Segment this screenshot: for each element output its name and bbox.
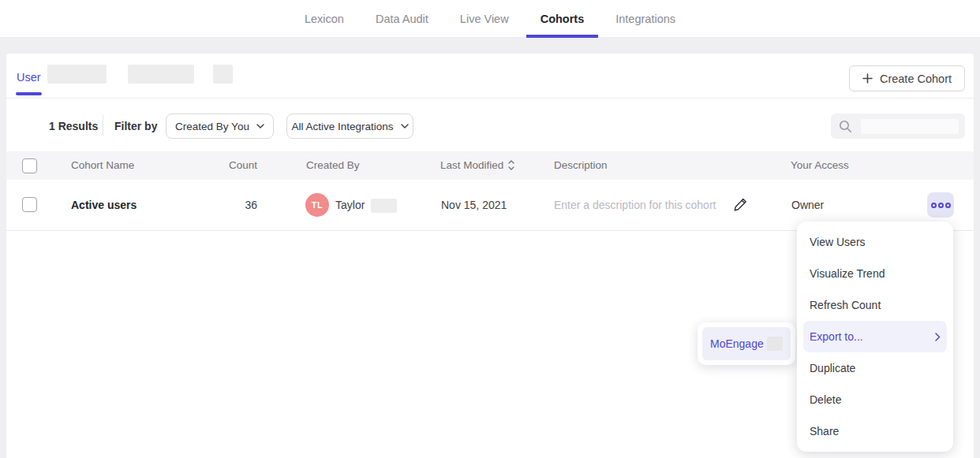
nav-tabs: Lexicon Data Audit Live View Cohorts Int…	[290, 0, 690, 37]
integrations-filter-value: All Active Integrations	[291, 121, 393, 132]
redacted-tab-block	[213, 65, 233, 84]
search-icon	[839, 120, 852, 133]
submenu-item-moengage[interactable]: MoEngage	[702, 327, 791, 360]
redacted-search-text	[861, 119, 959, 134]
edit-description-button[interactable]	[732, 196, 749, 215]
more-options-icon	[931, 203, 937, 208]
redacted-submenu-block	[767, 337, 783, 351]
redacted-surname-block	[371, 199, 397, 213]
chevron-down-icon	[256, 124, 264, 128]
create-cohort-label: Create Cohort	[880, 73, 952, 85]
menu-item-delete[interactable]: Delete	[797, 384, 953, 415]
menu-item-export-to[interactable]: Export to...	[803, 321, 947, 352]
tab-user[interactable]: User	[17, 71, 41, 84]
redacted-tab-block	[47, 65, 107, 84]
created-by-filter-dropdown[interactable]: Created By You	[166, 114, 274, 139]
column-header-last-modified-label: Last Modified	[440, 159, 503, 171]
nav-tab-lexicon[interactable]: Lexicon	[290, 0, 358, 37]
chevron-right-icon	[935, 333, 941, 341]
cohort-context-menu: View Users Visualize Trend Refresh Count…	[797, 222, 953, 452]
search-input[interactable]	[831, 114, 965, 139]
menu-item-view-users[interactable]: View Users	[797, 226, 953, 258]
cohort-count-cell: 36	[196, 199, 257, 211]
menu-item-visualize-trend[interactable]: Visualize Trend	[797, 258, 953, 289]
nav-tab-data-audit[interactable]: Data Audit	[361, 0, 443, 37]
column-header-count[interactable]: Count	[196, 159, 257, 171]
created-by-filter-value: Created By You	[175, 121, 249, 132]
menu-item-share[interactable]: Share	[797, 415, 953, 447]
column-header-your-access: Your Access	[791, 159, 849, 171]
column-header-created-by[interactable]: Created By	[306, 159, 360, 171]
tab-user-underline	[16, 92, 42, 95]
submenu-item-moengage-label: MoEngage	[710, 337, 764, 350]
select-all-checkbox[interactable]	[22, 158, 37, 173]
menu-item-refresh-count[interactable]: Refresh Count	[797, 289, 953, 321]
create-cohort-button[interactable]: Create Cohort	[849, 65, 965, 91]
results-count: 1 Results	[49, 120, 98, 132]
more-options-icon	[938, 203, 944, 208]
description-placeholder[interactable]: Enter a description for this cohort	[554, 199, 716, 211]
more-options-icon	[945, 203, 951, 208]
chevron-down-icon	[401, 124, 409, 128]
nav-tab-cohorts[interactable]: Cohorts	[526, 0, 599, 37]
menu-item-duplicate[interactable]: Duplicate	[797, 352, 953, 384]
menu-item-export-to-label: Export to...	[810, 330, 863, 343]
access-cell: Owner	[791, 199, 824, 211]
integrations-filter-dropdown[interactable]: All Active Integrations	[286, 114, 413, 139]
redacted-tab-block	[128, 65, 194, 84]
column-header-description: Description	[554, 159, 608, 171]
nav-tab-live-view[interactable]: Live View	[446, 0, 523, 37]
cohort-name-cell[interactable]: Active users	[71, 199, 137, 211]
pencil-icon	[732, 196, 749, 213]
row-checkbox[interactable]	[22, 197, 37, 212]
avatar: TL	[305, 193, 329, 217]
created-by-cell: Taylor	[335, 199, 365, 211]
divider	[103, 115, 103, 136]
row-more-options-button[interactable]	[927, 192, 954, 218]
divider	[6, 98, 974, 99]
column-header-last-modified[interactable]: Last Modified	[440, 159, 514, 171]
nav-tab-integrations[interactable]: Integrations	[601, 0, 690, 37]
plus-icon	[862, 73, 873, 84]
column-header-cohort-name[interactable]: Cohort Name	[71, 159, 134, 171]
export-submenu: MoEngage	[698, 322, 795, 365]
top-navigation: Lexicon Data Audit Live View Cohorts Int…	[0, 0, 980, 38]
sort-icon	[508, 160, 514, 170]
last-modified-cell: Nov 15, 2021	[441, 199, 507, 211]
filter-by-label: Filter by	[114, 120, 157, 132]
